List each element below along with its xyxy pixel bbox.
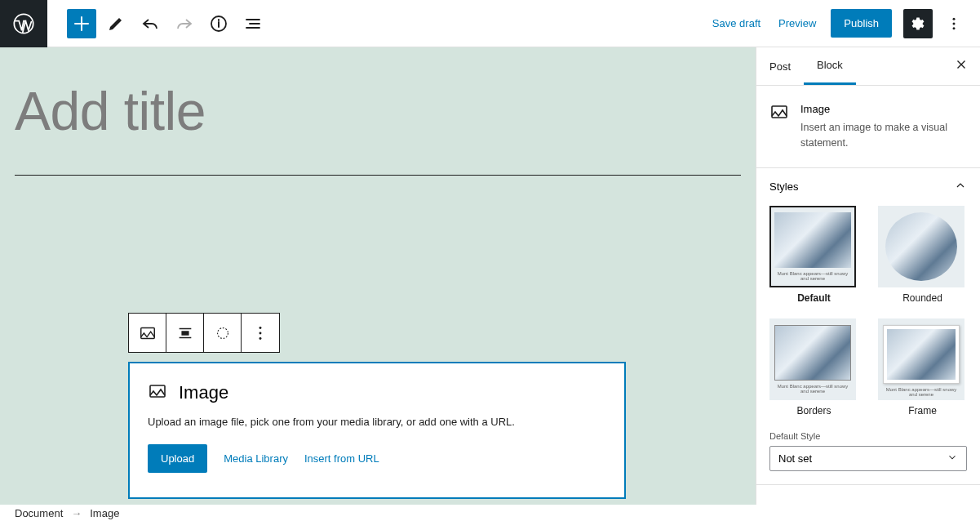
svg-point-4 [953,27,956,29]
image-icon [769,102,789,151]
breadcrumb-current[interactable]: Image [90,507,119,519]
svg-point-7 [217,327,228,338]
save-draft-button[interactable]: Save draft [709,12,764,34]
image-block-title: Image [179,382,228,403]
svg-point-10 [259,336,262,339]
sidebar-close-button[interactable] [954,57,969,75]
info-button[interactable] [204,9,233,38]
style-option-rounded[interactable]: Rounded [878,206,967,304]
chevron-up-icon [954,179,967,195]
block-info-description: Insert an image to make a visual stateme… [800,120,967,151]
block-more-button[interactable] [242,314,279,352]
editor-topbar: Save draft Preview Publish [0,0,980,47]
publish-button[interactable]: Publish [831,9,892,38]
wp-logo[interactable] [0,0,47,47]
svg-point-9 [259,332,262,334]
undo-button[interactable] [135,9,165,38]
style-option-borders[interactable]: Mont Blanc appears—still snowy and seren… [769,318,858,416]
breadcrumb-document[interactable]: Document [15,507,63,519]
more-options-button[interactable] [944,9,964,38]
svg-rect-6 [181,331,188,336]
redo-button [170,9,199,38]
insert-from-url-button[interactable]: Insert from URL [304,452,379,465]
image-block-placeholder[interactable]: Image Upload an image file, pick one fro… [128,362,626,499]
svg-point-8 [259,327,262,329]
block-type-button[interactable] [129,314,166,352]
media-library-button[interactable]: Media Library [224,452,288,465]
post-title-input[interactable]: Add title [0,47,756,157]
default-style-label: Default Style [769,431,967,441]
block-breadcrumb: Document → Image [0,505,980,521]
styles-heading: Styles [769,180,798,193]
editor-canvas[interactable]: Add title Image Upload an ima [0,47,756,505]
settings-button[interactable] [903,9,933,38]
tab-post[interactable]: Post [756,47,804,85]
default-style-select[interactable]: Not set [769,446,967,471]
style-option-frame[interactable]: Mont Blanc appears—still snowy and seren… [878,318,967,416]
svg-point-2 [953,17,956,20]
chevron-down-icon [947,452,958,465]
settings-sidebar: Post Block Image Insert an image to make… [756,47,980,505]
image-block-description: Upload an image file, pick one from your… [148,416,606,428]
style-option-default[interactable]: Mont Blanc appears—still snowy and seren… [769,206,858,304]
block-toolbar [128,313,280,353]
breadcrumb-arrow: → [71,507,82,519]
upload-button[interactable]: Upload [148,444,207,473]
edit-mode-button[interactable] [101,9,131,38]
svg-point-3 [953,22,956,24]
tab-block[interactable]: Block [804,47,856,85]
crop-button[interactable] [204,314,242,352]
list-view-button[interactable] [238,9,268,38]
preview-button[interactable]: Preview [775,12,819,34]
align-button[interactable] [166,314,204,352]
separator-block[interactable] [15,175,741,176]
block-info-title: Image [800,102,967,117]
image-icon [148,381,167,404]
styles-panel-toggle[interactable]: Styles [769,168,967,206]
add-block-button[interactable] [67,9,96,38]
